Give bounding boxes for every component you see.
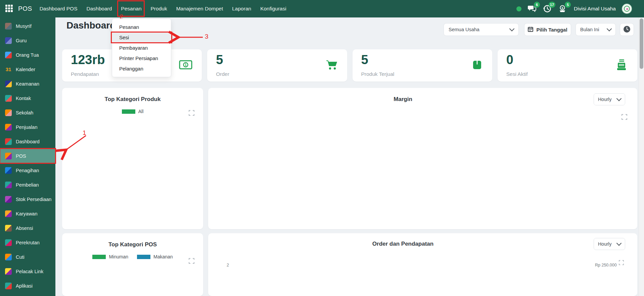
sidebar-menu: MusyrifGuruOrang Tua31KalenderKeamananKo… (0, 17, 55, 293)
guru-icon (5, 37, 12, 44)
sidebar-item-label: Absensi (16, 226, 33, 231)
product-box-icon (471, 59, 483, 72)
period-select[interactable]: Bulan Ini (576, 23, 616, 36)
messages-button[interactable]: 6 (527, 4, 537, 13)
sidebar-item-musyrif[interactable]: Musyrif (0, 19, 55, 33)
sidebar-item-label: Karyawan (16, 211, 37, 216)
apps-grid-icon[interactable] (5, 5, 13, 13)
top-kategori-produk-pie[interactable] (83, 121, 182, 219)
clock-button[interactable] (620, 23, 634, 36)
kalender-icon: 31 (5, 66, 12, 73)
annotation-step-3: 3 (205, 33, 209, 40)
absensi-icon (5, 225, 12, 232)
top-kategori-pos-card: Top Kategori POS MinumanMakanan (62, 233, 203, 296)
history-badge: 17 (549, 2, 555, 8)
expand-icon[interactable] (189, 110, 194, 117)
sidebar-item-label: Stok Persediaan (16, 197, 51, 202)
sidebar-item-absensi[interactable]: Absensi (0, 221, 55, 235)
nav-item-laporan[interactable]: Laporan (232, 6, 251, 12)
annotation-step-1: 1 (83, 129, 86, 137)
scrollbar-thumb[interactable] (640, 18, 643, 69)
musyrif-icon (5, 23, 12, 30)
nav-item-produk[interactable]: Produk (151, 6, 167, 12)
sidebar-item-perekrutan[interactable]: Perekrutan (0, 235, 55, 250)
stat-label: Pendapatan (71, 71, 99, 77)
sidebar-item-label: Cuti (16, 254, 25, 260)
wallet-button[interactable]: $ 5 (558, 4, 568, 13)
sidebar-item-label: Kalender (16, 67, 35, 72)
banknote-icon: 1 (179, 60, 192, 71)
sidebar-item-keamanan[interactable]: Keamanan (0, 77, 55, 91)
sidebar-item-orang-tua[interactable]: Orang Tua (0, 48, 55, 62)
left-axis-label: 2 (218, 263, 229, 267)
sidebar-item-label: Orang Tua (16, 52, 39, 58)
sidebar-item-label: Dashboard (16, 139, 40, 144)
nav-item-dashboard-pos[interactable]: Dashboard POS (40, 6, 78, 12)
avatar[interactable] (622, 4, 632, 14)
legend-item-minuman[interactable]: Minuman (92, 254, 128, 259)
sidebar-item-label: Musyrif (16, 23, 32, 29)
nav-item-manajemen-dompet[interactable]: Manajemen Dompet (176, 6, 223, 12)
scrollbar-track[interactable] (639, 17, 644, 296)
dropdown-item-printer-persiapan[interactable]: Printer Persiapan (112, 53, 171, 63)
clock-icon (623, 26, 631, 34)
sidebar-item-guru[interactable]: Guru (0, 33, 55, 48)
stat-card-produk-terjual: 5Produk Terjual (353, 49, 492, 82)
history-button[interactable]: 17 (543, 4, 552, 13)
stok-persediaan-icon (5, 196, 12, 203)
sidebar-item-penjualan[interactable]: Penjualan (0, 120, 55, 134)
dropdown-item-pesanan[interactable]: Pesanan (112, 22, 171, 32)
pos-awning-icon (5, 153, 12, 159)
karyawan-icon (5, 210, 12, 217)
pick-date-button[interactable]: Pilih Tanggal (524, 23, 571, 36)
margin-period-select[interactable]: Hourly (594, 93, 625, 105)
sidebar-item-aplikasi[interactable]: Aplikasi (0, 279, 55, 293)
stat-value: 5 (361, 53, 484, 67)
sidebar-item-cuti[interactable]: Cuti (0, 250, 55, 264)
chart-title: Top Kategori POS (62, 241, 203, 248)
sidebar-item-stok-persediaan[interactable]: Stok Persediaan (0, 192, 55, 206)
legend-item-all[interactable]: All (122, 109, 144, 114)
sidebar-item-label: Pembelian (16, 182, 39, 188)
sidebar-item-pos[interactable]: POS (0, 149, 55, 163)
dashboard-grid-icon (5, 138, 12, 145)
legend-label: All (138, 109, 144, 114)
right-axis-label: Rp 250.000 (595, 263, 617, 267)
expand-icon[interactable] (619, 260, 624, 266)
chart-legend: All (62, 109, 203, 114)
top-kategori-pos-pie[interactable] (83, 266, 182, 296)
dropdown-item-sesi[interactable]: Sesi (112, 32, 171, 43)
nav-item-konfigurasi[interactable]: Konfigurasi (260, 6, 286, 12)
app-brand[interactable]: POS (18, 5, 32, 12)
sidebar-item-dashboard[interactable]: Dashboard (0, 134, 55, 149)
sidebar-item-label: Penjualan (16, 125, 38, 130)
stat-label: Sesi Aktif (506, 71, 528, 77)
expand-icon[interactable] (622, 114, 627, 121)
order-pendapatan-chart-card: Order dan Pendapatan Hourly 2 Rp 250.000 (208, 233, 637, 296)
calendar-icon (528, 27, 533, 33)
sidebar-item-kalender[interactable]: 31Kalender (0, 62, 55, 77)
chevron-down-icon (616, 240, 622, 246)
nav-item-pesanan[interactable]: Pesanan2 (121, 6, 141, 12)
perekrutan-icon (5, 239, 12, 246)
business-select[interactable]: Semua Usaha (444, 23, 519, 36)
expand-icon[interactable] (189, 258, 194, 265)
legend-item-makanan[interactable]: Makanan (137, 254, 173, 259)
user-menu[interactable]: Divisi Amal Usaha (574, 6, 616, 12)
sidebar-item-pelacak-link[interactable]: Pelacak Link (0, 264, 55, 279)
sidebar-item-penagihan[interactable]: Penagihan (0, 163, 55, 178)
stat-value: 0 (506, 53, 629, 67)
dropdown-item-pembayaran[interactable]: Pembayaran (112, 43, 171, 53)
sidebar-item-sekolah[interactable]: Sekolah (0, 105, 55, 120)
sekolah-icon (5, 109, 12, 116)
aplikasi-icon (5, 283, 12, 289)
sidebar-item-kontak[interactable]: Kontak (0, 91, 55, 105)
order-period-select[interactable]: Hourly (594, 238, 625, 250)
nav-item-dashboard[interactable]: Dashboard (87, 6, 112, 12)
messages-badge: 6 (534, 2, 540, 8)
legend-label: Minuman (109, 254, 128, 259)
dropdown-item-pelanggan[interactable]: Pelanggan (112, 63, 171, 74)
legend-swatch (122, 109, 135, 114)
sidebar-item-pembelian[interactable]: Pembelian (0, 178, 55, 192)
sidebar-item-karyawan[interactable]: Karyawan (0, 206, 55, 221)
